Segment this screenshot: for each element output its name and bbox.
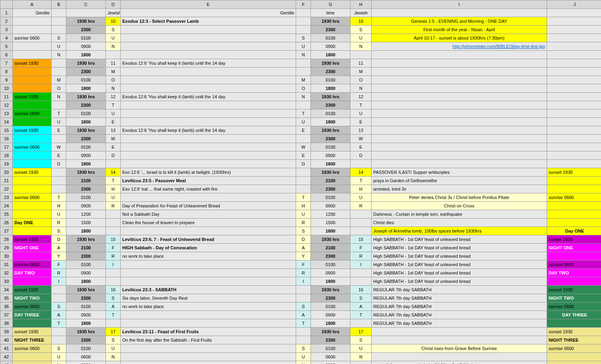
cell-E20[interactable]: Exo 12:6 '... Israel is to kill it (lamb… bbox=[121, 168, 296, 177]
cell-F12[interactable] bbox=[296, 101, 311, 109]
cell-A39[interactable]: sunset 1930 bbox=[13, 328, 52, 336]
cell-A17[interactable]: sunrise 0600 bbox=[13, 143, 52, 151]
cell-B24[interactable]: H bbox=[52, 202, 66, 210]
cell-E31[interactable] bbox=[121, 261, 296, 269]
cell-I27[interactable]: Joseph of Arimetha tomb, 100lbs spices b… bbox=[372, 227, 547, 235]
cell-A37[interactable]: DAY THREE bbox=[13, 311, 52, 319]
cell-H24[interactable]: R bbox=[350, 202, 372, 210]
cell-I3[interactable]: First month of the year - Nisan - April bbox=[372, 26, 547, 34]
col-header-H[interactable]: H bbox=[350, 0, 372, 9]
row-header[interactable]: 41 bbox=[0, 344, 13, 353]
cell-A9[interactable] bbox=[13, 76, 52, 84]
row-header[interactable]: 31 bbox=[0, 261, 13, 269]
cell-A7[interactable]: sunset 1930 bbox=[13, 59, 52, 68]
cell-E19[interactable] bbox=[121, 160, 296, 168]
cell-J24[interactable] bbox=[547, 202, 601, 210]
cell-C43[interactable]: 0900 bbox=[66, 361, 106, 364]
cell-C4[interactable]: 0100 bbox=[66, 34, 106, 42]
cell-F5[interactable]: U bbox=[296, 42, 311, 51]
cell-J42[interactable] bbox=[547, 353, 601, 361]
cell-I36[interactable]: REGULAR 7th day SABBATH bbox=[372, 302, 547, 311]
cell-H34[interactable]: 16 bbox=[350, 286, 372, 294]
cell-C39[interactable]: 1930 hrs bbox=[66, 328, 106, 336]
cell-E26[interactable]: Clean the house of leaven to prepare bbox=[121, 219, 296, 227]
cell-C15[interactable]: 1930 hrs bbox=[66, 126, 106, 135]
row-header[interactable]: 30 bbox=[0, 252, 13, 261]
cell-B39[interactable] bbox=[52, 328, 66, 336]
cell-A38[interactable] bbox=[13, 319, 52, 328]
cell-I14[interactable] bbox=[372, 118, 547, 126]
cell-E27[interactable] bbox=[121, 227, 296, 235]
cell-B38[interactable]: T bbox=[52, 319, 66, 328]
row-header[interactable]: 25 bbox=[0, 210, 13, 219]
cell-B4[interactable]: S bbox=[52, 34, 66, 42]
cell-G21[interactable]: 2100 bbox=[311, 177, 350, 185]
cell-J35[interactable]: NIGHT TWO bbox=[547, 294, 601, 302]
cell-B41[interactable]: S bbox=[52, 344, 66, 353]
cell-E4[interactable] bbox=[121, 34, 296, 42]
cell-A26[interactable]: Day ONE bbox=[13, 219, 52, 227]
cell-C40[interactable]: 2300 bbox=[66, 336, 106, 344]
cell-B30[interactable]: Y bbox=[52, 252, 66, 261]
cell-B7[interactable] bbox=[52, 59, 66, 68]
cell-J13[interactable] bbox=[547, 109, 601, 118]
cell-I19[interactable] bbox=[372, 160, 547, 168]
cell-F43[interactable]: N bbox=[296, 361, 311, 364]
row-header[interactable]: 28 bbox=[0, 235, 13, 244]
cell-F27[interactable]: S bbox=[296, 227, 311, 235]
cell-I5[interactable]: http://johnmeister.com/BIBLE/3day-time-l… bbox=[372, 42, 547, 51]
cell-F2[interactable] bbox=[296, 17, 311, 26]
cell-B9[interactable]: M bbox=[52, 76, 66, 84]
cell-J43[interactable] bbox=[547, 361, 601, 364]
cell-C22[interactable]: 2300 bbox=[66, 185, 106, 193]
cell-I34[interactable]: REGULAR 7th day SABBATH bbox=[372, 286, 547, 294]
cell-C8[interactable]: 2300 bbox=[66, 68, 106, 76]
cell-G17[interactable]: 0100 bbox=[311, 143, 350, 151]
cell-B22[interactable] bbox=[52, 185, 66, 193]
cell-D12[interactable]: T bbox=[106, 101, 121, 109]
cell-H25[interactable] bbox=[350, 210, 372, 219]
cell-B8[interactable] bbox=[52, 68, 66, 76]
cell-E37[interactable] bbox=[121, 311, 296, 319]
cell-G28[interactable]: 1930 hrs bbox=[311, 235, 350, 244]
row-header[interactable]: 15 bbox=[0, 126, 13, 135]
cell-J31[interactable]: sunrise 0600 bbox=[547, 261, 601, 269]
cell-B10[interactable]: O bbox=[52, 84, 66, 93]
cell-J16[interactable] bbox=[547, 135, 601, 143]
cell-F16[interactable] bbox=[296, 135, 311, 143]
cell-H7[interactable]: 11 bbox=[350, 59, 372, 68]
row-header[interactable]: 24 bbox=[0, 202, 13, 210]
row-header[interactable]: 29 bbox=[0, 244, 13, 252]
cell-D4[interactable]: U bbox=[106, 34, 121, 42]
cell-A35[interactable]: NIGHT TWO bbox=[13, 294, 52, 302]
cell-I26[interactable]: Christ dies bbox=[372, 219, 547, 227]
row-header[interactable]: 2 bbox=[0, 17, 13, 26]
cell-E13[interactable] bbox=[121, 109, 296, 118]
row-header[interactable]: 4 bbox=[0, 34, 13, 42]
cell-G12[interactable]: 2300 bbox=[311, 101, 350, 109]
row-header[interactable]: 26 bbox=[0, 219, 13, 227]
cell-B27[interactable]: S bbox=[52, 227, 66, 235]
cell-J5[interactable] bbox=[547, 42, 601, 51]
cell-B36[interactable]: S bbox=[52, 302, 66, 311]
cell-J14[interactable] bbox=[547, 118, 601, 126]
cell-I30[interactable]: High SABBATH - 1st DAY feast of unleaved… bbox=[372, 252, 547, 261]
cell-F19[interactable]: D bbox=[296, 160, 311, 168]
cell-A33[interactable] bbox=[13, 277, 52, 286]
cell-D11[interactable]: 12 bbox=[106, 93, 121, 101]
cell-I31[interactable]: High SABBATH - 1st DAY feast of unleaved… bbox=[372, 261, 547, 269]
cell-E8[interactable] bbox=[121, 68, 296, 76]
cell-I1[interactable] bbox=[372, 9, 547, 17]
cell-E29[interactable]: HIGH Sabbath - Day of Convocation bbox=[121, 244, 296, 252]
row-header[interactable]: 19 bbox=[0, 160, 13, 168]
row-header[interactable]: 14 bbox=[0, 118, 13, 126]
col-header-G[interactable]: G bbox=[311, 0, 350, 9]
cell-I24[interactable]: Christ on Cross bbox=[372, 202, 547, 210]
cell-I16[interactable] bbox=[372, 135, 547, 143]
cell-C37[interactable]: 0900 bbox=[66, 311, 106, 319]
cell-D25[interactable] bbox=[106, 210, 121, 219]
cell-E35[interactable]: Six days labor, Seventh Day Rest bbox=[121, 294, 296, 302]
cell-C19[interactable]: 1800 bbox=[66, 160, 106, 168]
cell-D15[interactable]: 13 bbox=[106, 126, 121, 135]
cell-H16[interactable]: W bbox=[350, 135, 372, 143]
